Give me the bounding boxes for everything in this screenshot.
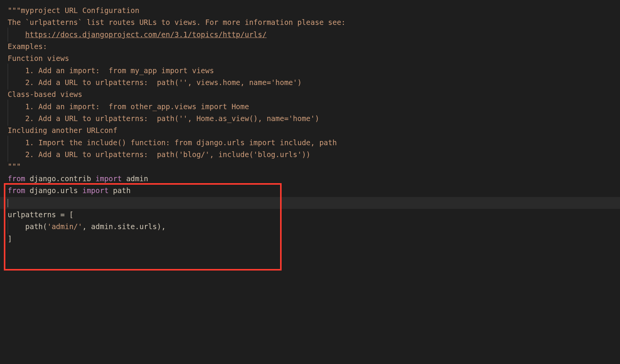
code-line[interactable]: https://docs.djangoproject.com/en/3.1/to… — [0, 29, 620, 41]
import-name: path — [109, 186, 130, 195]
text-cursor — [8, 199, 8, 207]
code-line[interactable]: path('admin/', admin.site.urls), — [0, 221, 620, 233]
code-editor[interactable]: """myproject URL Configuration The `urlp… — [0, 0, 620, 245]
docstring-text: The `urlpatterns` list routes URLs to vi… — [8, 18, 346, 26]
docstring-text: Examples: — [8, 42, 47, 51]
current-code-line[interactable] — [0, 197, 620, 209]
module-name: django.contrib — [25, 174, 96, 183]
code-line[interactable]: from django.urls import path — [0, 185, 620, 197]
docstring-text: https://docs.djangoproject.com/en/3.1/to… — [8, 29, 267, 41]
code-line[interactable]: 2. Add a URL to urlpatterns: path('', vi… — [0, 77, 620, 89]
code-line[interactable]: """ — [0, 161, 620, 172]
module-name: django.urls — [25, 186, 82, 195]
code-line[interactable]: Function views — [0, 52, 620, 64]
code-text: urlpatterns = [ — [8, 210, 74, 219]
keyword-from: from — [8, 186, 25, 195]
docstring-text: 1. Add an import: from my_app import vie… — [8, 65, 214, 77]
code-line[interactable]: """myproject URL Configuration — [0, 5, 620, 16]
code-line[interactable]: 2. Add a URL to urlpatterns: path('blog/… — [0, 149, 620, 161]
docstring-text: 2. Add a URL to urlpatterns: path('blog/… — [8, 149, 310, 161]
code-line[interactable]: Class-based views — [0, 89, 620, 100]
keyword-import: import — [82, 186, 109, 195]
code-line[interactable]: from django.contrib import admin — [0, 173, 620, 185]
docstring-text: """ — [8, 162, 21, 171]
code-line[interactable]: ] — [0, 233, 620, 245]
code-line[interactable]: 1. Add an import: from my_app import vie… — [0, 65, 620, 77]
docstring-text: Including another URLconf — [8, 126, 117, 134]
code-line[interactable]: Examples: — [0, 41, 620, 52]
docstring-text: 1. Add an import: from other_app.views i… — [8, 101, 249, 113]
code-text: path('admin/', admin.site.urls), — [8, 221, 166, 233]
string-literal: 'admin/' — [47, 222, 82, 231]
code-text: ] — [8, 234, 12, 243]
docstring-text: Function views — [8, 54, 69, 62]
code-line[interactable]: urlpatterns = [ — [0, 209, 620, 221]
code-line[interactable]: Including another URLconf — [0, 125, 620, 136]
import-name: admin — [122, 174, 148, 183]
keyword-from: from — [8, 174, 25, 183]
code-line[interactable]: The `urlpatterns` list routes URLs to vi… — [0, 16, 620, 28]
doc-url-link[interactable]: https://docs.djangoproject.com/en/3.1/to… — [25, 30, 267, 39]
code-line[interactable]: 1. Add an import: from other_app.views i… — [0, 101, 620, 113]
code-line[interactable]: 1. Import the include() function: from d… — [0, 137, 620, 149]
docstring-text: 2. Add a URL to urlpatterns: path('', vi… — [8, 77, 302, 89]
docstring-text: """myproject URL Configuration — [8, 6, 139, 15]
keyword-import: import — [96, 174, 122, 183]
docstring-text: 2. Add a URL to urlpatterns: path('', Ho… — [8, 113, 319, 125]
docstring-text: 1. Import the include() function: from d… — [8, 137, 337, 149]
docstring-text: Class-based views — [8, 90, 82, 98]
code-line[interactable]: 2. Add a URL to urlpatterns: path('', Ho… — [0, 113, 620, 125]
